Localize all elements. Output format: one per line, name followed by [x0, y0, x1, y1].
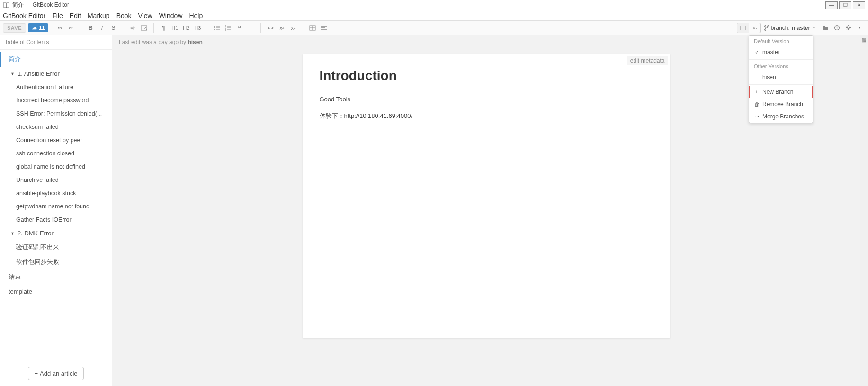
files-button[interactable] [820, 23, 831, 33]
minimize-button[interactable]: — [825, 1, 838, 9]
view-split-button[interactable] [737, 23, 749, 33]
svg-point-15 [847, 27, 849, 29]
menu-file[interactable]: File [52, 12, 63, 19]
view-mode-toggle: aA [737, 23, 761, 33]
sync-count: 11 [39, 25, 45, 31]
history-button[interactable] [831, 23, 842, 33]
subscript-button[interactable]: x2 [276, 23, 287, 33]
code-button[interactable]: <> [265, 23, 276, 33]
toc-item-template[interactable]: template [0, 285, 112, 298]
dropdown-item-hisen[interactable]: hisen [749, 71, 813, 83]
dropdown-item-master[interactable]: ✓ master [749, 46, 813, 58]
book-icon [3, 2, 9, 8]
toc-item[interactable]: getpwdnam name not found [0, 200, 112, 213]
save-button[interactable]: SAVE [3, 23, 26, 33]
separator [260, 23, 261, 33]
maximize-button[interactable]: ❐ [839, 1, 851, 9]
menu-help[interactable]: Help [189, 12, 203, 19]
dropdown-section-header: Default Version [749, 36, 813, 46]
separator [81, 23, 81, 33]
branch-dropdown: Default Version ✓ master Other Versions … [749, 35, 813, 123]
settings-button[interactable] [842, 23, 854, 33]
toc-item-intro[interactable]: 简介 [0, 52, 112, 67]
undo-button[interactable] [54, 23, 65, 33]
vertical-scrollbar[interactable]: ▩ [860, 35, 868, 386]
sync-button[interactable]: ☁ 11 [28, 23, 48, 32]
separator [207, 23, 207, 33]
image-button[interactable] [138, 23, 150, 33]
page-heading[interactable]: Introduction [320, 68, 653, 83]
bold-button[interactable]: B [85, 23, 96, 33]
trash-icon: 🗑 [754, 101, 760, 107]
separator [153, 23, 154, 33]
dropdown-remove-branch[interactable]: 🗑 Remove Branch [749, 98, 813, 110]
toc-item[interactable]: 软件包同步失败 [0, 255, 112, 269]
toc-item[interactable]: ansible-playbook stuck [0, 187, 112, 200]
toc-item[interactable]: ssh connection closed [0, 147, 112, 160]
link-button[interactable] [127, 23, 138, 33]
menu-view[interactable]: View [138, 12, 152, 19]
divider [749, 84, 813, 85]
plus-icon: + [34, 370, 38, 377]
toc-item[interactable]: 验证码刷不出来 [0, 240, 112, 255]
table-button[interactable] [307, 23, 318, 33]
window-title: 简介 — GitBook Editor [12, 1, 824, 9]
editor-content: Last edit was a day ago by hisen edit me… [112, 35, 860, 386]
menu-book[interactable]: Book [116, 12, 132, 19]
caret-down-icon: ▼ [10, 72, 15, 76]
view-text-button[interactable]: aA [749, 23, 760, 33]
close-button[interactable]: ✕ [853, 1, 865, 9]
dropdown-section-header: Other Versions [749, 61, 813, 71]
sidebar: Table of Contents 简介 ▼1. Ansible Error A… [0, 35, 112, 386]
toc-item[interactable]: checksum failed [0, 120, 112, 134]
more-button[interactable]: ▼ [854, 23, 865, 33]
toc-item[interactable]: Incorrect become password [0, 94, 112, 107]
toc-item[interactable]: Authentication Failure [0, 81, 112, 94]
document-page[interactable]: edit metadata Introduction Good Tools 体验… [303, 54, 670, 338]
h1-button[interactable]: H1 [169, 23, 180, 33]
toc-item[interactable]: Unarchive failed [0, 173, 112, 187]
dropdown-merge-branches[interactable]: ⤻ Merge Branches [749, 110, 813, 123]
svg-point-2 [214, 26, 215, 27]
unordered-list-button[interactable] [211, 23, 223, 33]
dropdown-new-branch[interactable]: + New Branch [749, 86, 813, 98]
branch-icon [764, 25, 769, 31]
toc-item[interactable]: Connection reset by peer [0, 134, 112, 147]
h3-button[interactable]: H3 [192, 23, 203, 33]
superscript-button[interactable]: x2 [287, 23, 299, 33]
body-text[interactable]: Good Tools [320, 95, 653, 105]
toc-item-dmk-error[interactable]: ▼2. DMK Error [0, 226, 112, 240]
menu-edit[interactable]: Edit [70, 12, 81, 19]
quote-button[interactable]: ❝ [234, 23, 245, 33]
svg-point-4 [214, 29, 215, 30]
edit-metadata-button[interactable]: edit metadata [627, 56, 668, 65]
ordered-list-button[interactable]: 123 [223, 23, 234, 33]
paragraph-button[interactable]: ¶ [158, 23, 169, 33]
menu-window[interactable]: Window [159, 12, 183, 19]
branch-prefix: branch: [771, 25, 790, 31]
menu-markup[interactable]: Markup [88, 12, 110, 19]
divider [749, 59, 813, 60]
toolbar: SAVE ☁ 11 B I S ¶ H1 H2 H3 123 ❝ — <> x2… [0, 21, 868, 35]
toc-item[interactable]: global name is not defined [0, 160, 112, 173]
toc-item-end[interactable]: 结束 [0, 269, 112, 285]
toc-item[interactable]: Gather Facts IOError [0, 213, 112, 226]
svg-rect-13 [823, 27, 828, 30]
hr-button[interactable]: — [245, 23, 257, 33]
branch-selector[interactable]: branch: master ▼ [761, 23, 820, 33]
redo-button[interactable] [65, 23, 77, 33]
caret-down-icon: ▼ [812, 26, 816, 30]
align-button[interactable] [318, 23, 330, 33]
svg-point-10 [764, 25, 766, 27]
strikethrough-button[interactable]: S [107, 23, 119, 33]
separator [303, 23, 303, 33]
h2-button[interactable]: H2 [180, 23, 192, 33]
svg-point-12 [764, 29, 766, 30]
body-text[interactable]: 体验下：http://10.180.41.69:4000/ [320, 111, 653, 121]
add-article-button[interactable]: + Add an article [28, 367, 83, 380]
italic-button[interactable]: I [96, 23, 107, 33]
toc-item[interactable]: SSH Error: Permission denied(... [0, 107, 112, 120]
toc-item-ansible-error[interactable]: ▼1. Ansible Error [0, 67, 112, 81]
cloud-icon: ☁ [32, 25, 37, 31]
menubar: GitBook Editor File Edit Markup Book Vie… [0, 10, 868, 21]
